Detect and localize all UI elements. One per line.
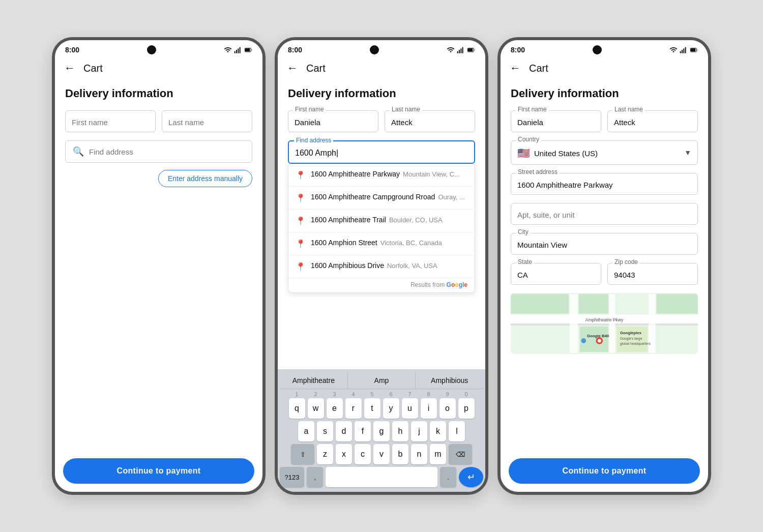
wifi-icon [224, 46, 232, 54]
zip-input-3[interactable] [607, 263, 698, 285]
key-u[interactable]: u [402, 398, 418, 419]
chevron-down-icon-3: ▼ [684, 149, 691, 157]
name-row-3: First name Last name [511, 110, 698, 132]
suggestion-secondary-2: Boulder, CO, USA [389, 216, 443, 224]
key-shift[interactable]: ⇧ [291, 444, 314, 464]
signal-icon-3 [680, 46, 688, 54]
svg-rect-15 [685, 47, 686, 53]
apt-input-3[interactable] [511, 203, 698, 225]
key-d[interactable]: d [336, 421, 352, 441]
word-suggestions-row: Amphitheatre Amp Amphibious [280, 372, 483, 389]
camera-notch-1 [147, 45, 156, 54]
keyboard-row-2: a s d f g h j k l [280, 421, 483, 441]
svg-rect-29 [657, 294, 698, 314]
key-period[interactable]: . [440, 467, 456, 487]
first-name-input-3[interactable] [511, 110, 601, 132]
key-comma[interactable]: , [307, 467, 323, 487]
svg-point-36 [581, 338, 586, 343]
country-group-3: Country 🇺🇸 United States (US) ▼ [511, 140, 698, 165]
signal-icon [234, 46, 242, 54]
suggestion-item-2[interactable]: 📍 1600 Amphitheatre Trail Boulder, CO, U… [288, 210, 475, 232]
country-flag-3: 🇺🇸 [517, 147, 530, 159]
pin-icon-4: 📍 [296, 262, 306, 272]
svg-rect-9 [462, 47, 463, 53]
key-f[interactable]: f [355, 421, 371, 441]
back-button-2[interactable]: ← [284, 62, 301, 75]
continue-button-3[interactable]: Continue to payment [509, 458, 700, 484]
status-icons-1 [224, 46, 252, 54]
key-k[interactable]: k [430, 421, 446, 441]
key-n[interactable]: n [411, 444, 427, 464]
suggestion-item-4[interactable]: 📍 1600 Amphibious Drive Norfolk, VA, USA [288, 255, 475, 278]
key-s[interactable]: s [317, 421, 333, 441]
city-label-3: City [516, 228, 531, 235]
key-v[interactable]: v [373, 444, 390, 464]
last-name-input-2[interactable] [385, 110, 475, 132]
last-name-input-3[interactable] [607, 110, 698, 132]
enter-manually-button-1[interactable]: Enter address manually [158, 170, 252, 187]
suggestion-secondary-1: Ouray, ... [438, 193, 465, 201]
back-button-1[interactable]: ← [61, 62, 78, 75]
key-numbers[interactable]: ?123 [280, 467, 304, 487]
city-input-3[interactable] [511, 233, 698, 255]
key-b[interactable]: b [392, 444, 408, 464]
keyboard-2: Amphitheatre Amp Amphibious 1 2 3 4 5 6 … [278, 369, 485, 492]
street-input-3[interactable] [511, 173, 698, 195]
key-e[interactable]: e [327, 398, 343, 419]
key-l[interactable]: l [449, 421, 465, 441]
section-title-2: Delivery information [288, 87, 475, 100]
find-address-input-1[interactable] [89, 147, 245, 156]
state-input-3[interactable] [511, 263, 601, 285]
key-t[interactable]: t [364, 398, 380, 419]
suggestion-item-1[interactable]: 📍 1600 Amphitheatre Campground Rroad Our… [288, 187, 475, 210]
key-a[interactable]: a [298, 421, 314, 441]
key-m[interactable]: m [430, 444, 446, 464]
first-name-group-1 [65, 110, 156, 132]
status-time-3: 8:00 [511, 46, 525, 54]
svg-rect-1 [236, 50, 237, 53]
pin-icon-2: 📍 [296, 216, 306, 226]
key-j[interactable]: j [411, 421, 427, 441]
suggestion-item-3[interactable]: 📍 1600 Amphion Street Victoria, BC, Cana… [288, 232, 475, 255]
suggestion-secondary-3: Victoria, BC, Canada [380, 239, 442, 247]
key-h[interactable]: h [392, 421, 408, 441]
key-o[interactable]: o [439, 398, 456, 419]
key-enter[interactable]: ↵ [459, 467, 483, 487]
key-i[interactable]: i [421, 398, 437, 419]
word-suggestion-1[interactable]: Amp [348, 372, 416, 389]
continue-button-1[interactable]: Continue to payment [63, 458, 254, 484]
find-address-input-2[interactable] [289, 141, 474, 163]
key-q[interactable]: q [289, 398, 305, 419]
pin-icon-3: 📍 [296, 239, 306, 249]
key-space[interactable] [326, 467, 437, 487]
suggestion-secondary-4: Norfolk, VA, USA [387, 262, 437, 270]
key-w[interactable]: w [308, 398, 324, 419]
last-name-input-1[interactable] [162, 110, 252, 132]
signal-icon-2 [457, 46, 465, 54]
key-x[interactable]: x [336, 444, 352, 464]
key-r[interactable]: r [345, 398, 362, 419]
svg-rect-3 [240, 47, 241, 53]
state-zip-row-3: State Zip code [511, 263, 698, 285]
key-y[interactable]: y [383, 398, 399, 419]
phone3-content: Delivery information First name Last nam… [501, 79, 708, 450]
top-bar-2: ← Cart [278, 57, 485, 79]
suggestion-item-0[interactable]: 📍 1600 Amphitheatre Parkway Mountain Vie… [288, 164, 475, 187]
key-c[interactable]: c [355, 444, 371, 464]
word-suggestion-0[interactable]: Amphitheatre [280, 372, 348, 389]
svg-rect-21 [570, 294, 577, 353]
first-name-input-2[interactable] [288, 110, 378, 132]
key-g[interactable]: g [373, 421, 390, 441]
word-suggestion-2[interactable]: Amphibious [416, 372, 483, 389]
status-bar-3: 8:00 [501, 40, 708, 57]
back-button-3[interactable]: ← [507, 62, 524, 75]
key-z[interactable]: z [317, 444, 333, 464]
svg-text:Googleplex: Googleplex [620, 331, 642, 335]
key-backspace[interactable]: ⌫ [449, 444, 472, 464]
first-name-input-1[interactable] [65, 110, 156, 132]
country-select-3[interactable]: 🇺🇸 United States (US) ▼ [511, 140, 698, 165]
first-name-label-3: First name [516, 106, 549, 113]
key-p[interactable]: p [458, 398, 475, 419]
section-title-1: Delivery information [65, 87, 252, 100]
svg-rect-13 [682, 50, 683, 53]
